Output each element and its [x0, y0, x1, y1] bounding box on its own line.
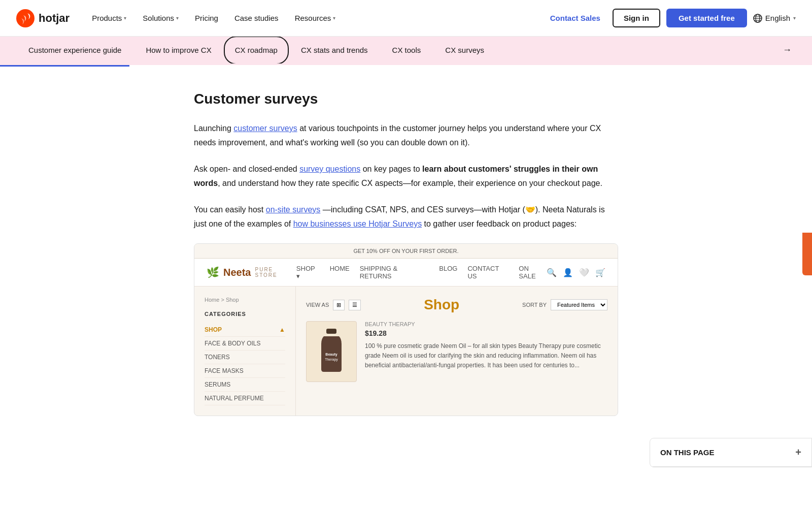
neeta-breadcrumb: Home > Shop [205, 297, 285, 303]
neeta-account-icon[interactable]: 👤 [563, 268, 573, 277]
globe-icon [753, 14, 762, 23]
neeta-product-description: 100 % pure cosmetic grade Neem Oil – for… [365, 341, 607, 371]
neeta-categories-title: CATEGORIES [205, 311, 285, 317]
neeta-logo: 🌿 Neeta PURE STORE [207, 266, 296, 278]
neeta-nav-blog: BLOG [439, 265, 457, 280]
nav-links: Products ▾ Solutions ▾ Pricing Case stud… [86, 10, 342, 26]
main-content: Customer surveys Launching customer surv… [178, 67, 634, 457]
hotjar-surveys-link[interactable]: how businesses use Hotjar Surveys [293, 219, 422, 228]
neeta-nav-links: SHOP ▾ HOME SHIPPING & RETURNS BLOG CONT… [296, 265, 547, 280]
neeta-cat-shop[interactable]: SHOP ▲ [205, 323, 285, 337]
feedback-tab-wrapper: Feedback [802, 233, 812, 275]
neeta-sort: SORT BY Featured Items [522, 299, 607, 310]
svg-rect-6 [326, 329, 336, 334]
article-paragraph-2: Ask open- and closed-ended survey questi… [194, 162, 618, 190]
neeta-product-price: $19.28 [365, 329, 607, 337]
neeta-product-info: BEAUTY THERAPY $19.28 100 % pure cosmeti… [365, 321, 607, 382]
neeta-sort-select[interactable]: Featured Items [551, 299, 607, 310]
hotjar-logo-icon [16, 9, 35, 27]
neeta-cat-serums[interactable]: SERUMS [205, 378, 285, 392]
subnav-how-to-improve[interactable]: How to improve CX [133, 37, 223, 65]
neeta-grid-view-button[interactable]: ⊞ [333, 300, 345, 310]
neeta-cart-icon[interactable]: 🛒 [595, 268, 605, 277]
subnav-cx-roadmap[interactable]: CX roadmap [224, 37, 289, 65]
nav-resources[interactable]: Resources ▾ [289, 10, 342, 26]
language-selector[interactable]: English ▾ [753, 14, 796, 23]
para3-text-end: to gather user feedback on product pages… [424, 219, 577, 228]
neeta-view-as-label: VIEW AS [306, 302, 329, 308]
neeta-logo-text: Neeta [223, 267, 251, 278]
feedback-tab[interactable]: Feedback [802, 233, 812, 275]
language-label: English [765, 14, 790, 22]
products-chevron-icon: ▾ [124, 15, 126, 21]
neeta-cat-toners[interactable]: TONERS [205, 351, 285, 364]
resources-chevron-icon: ▾ [333, 15, 335, 21]
navbar-right: Contact Sales Sign in Get started free E… [544, 9, 796, 27]
neeta-list-view-button[interactable]: ☰ [349, 300, 361, 310]
neeta-sidebar: Home > Shop CATEGORIES SHOP ▲ FACE & BOD… [194, 287, 296, 416]
survey-questions-link[interactable]: survey questions [299, 165, 360, 173]
neeta-shop-header: VIEW AS ⊞ ☰ Shop SORT BY Featured Items [306, 297, 607, 313]
navbar-left: hotjar Products ▾ Solutions ▾ Pricing Ca… [16, 9, 342, 27]
bottle-icon: Beauty Therapy [316, 326, 347, 377]
on-this-page-expand-icon[interactable]: + [795, 447, 801, 457]
neeta-logo-icon: 🌿 [207, 266, 219, 278]
para2-text-start: Ask open- and closed-ended [194, 165, 299, 173]
neeta-product-brand: BEAUTY THERAPY [365, 321, 607, 327]
neeta-nav-home: HOME [330, 265, 350, 280]
neeta-product-image: Beauty Therapy [306, 321, 357, 382]
contact-sales-link[interactable]: Contact Sales [544, 10, 606, 26]
neeta-nav-sale: ON SALE [519, 265, 547, 280]
subnav-cx-guide[interactable]: Customer experience guide [16, 37, 133, 65]
nav-products[interactable]: Products ▾ [86, 10, 132, 26]
on-site-surveys-link[interactable]: on-site surveys [266, 205, 321, 214]
customer-surveys-link[interactable]: customer surveys [233, 124, 297, 133]
neeta-cat-face-body[interactable]: FACE & BODY OILS [205, 337, 285, 351]
neeta-product: Beauty Therapy BEAUTY THERAPY $19.28 100… [306, 321, 607, 382]
nav-pricing[interactable]: Pricing [189, 10, 224, 26]
neeta-nav-shop: SHOP ▾ [296, 265, 320, 280]
language-chevron-icon: ▾ [793, 15, 796, 21]
article-paragraph-3: You can easily host on-site surveys —inc… [194, 203, 618, 231]
logo-wordmark: hotjar [39, 12, 70, 25]
subnav-arrow-icon[interactable]: → [779, 45, 796, 55]
subnav-cx-surveys[interactable]: CX surveys [433, 37, 496, 65]
neeta-wishlist-icon[interactable]: 🤍 [579, 268, 589, 277]
neeta-nav-shipping: SHIPPING & RETURNS [360, 265, 429, 280]
article-title: Customer surveys [194, 91, 618, 107]
get-started-button[interactable]: Get started free [666, 9, 747, 27]
nav-solutions[interactable]: Solutions ▾ [137, 10, 185, 26]
main-navbar: hotjar Products ▾ Solutions ▾ Pricing Ca… [0, 0, 812, 37]
sign-in-button[interactable]: Sign in [613, 9, 660, 27]
para3-text-start: You can easily host [194, 205, 266, 214]
svg-text:Therapy: Therapy [325, 358, 338, 362]
subnav-active-indicator [0, 65, 129, 67]
on-this-page-header[interactable]: ON THIS PAGE + [650, 438, 811, 457]
subnav-cx-stats[interactable]: CX stats and trends [289, 37, 380, 65]
subnav-container: Customer experience guide How to improve… [0, 37, 812, 67]
neeta-screenshot: GET 10% OFF ON YOUR FIRST ORDER. 🌿 Neeta… [194, 243, 618, 416]
neeta-sort-label: SORT BY [522, 302, 547, 308]
article-paragraph-1: Launching customer surveys at various to… [194, 121, 618, 150]
neeta-tagline: PURE STORE [255, 267, 296, 278]
subnav-cx-tools[interactable]: CX tools [380, 37, 433, 65]
neeta-topbar: GET 10% OFF ON YOUR FIRST ORDER. [194, 244, 618, 259]
neeta-nav-contact: CONTACT US [467, 265, 509, 280]
nav-case-studies[interactable]: Case studies [228, 10, 285, 26]
neeta-shop-title: Shop [361, 297, 522, 313]
neeta-cat-natural-perfume[interactable]: NATURAL PERFUME [205, 392, 285, 405]
neeta-shop-main: VIEW AS ⊞ ☰ Shop SORT BY Featured Items [296, 287, 618, 416]
neeta-nav-icons: 🔍 👤 🤍 🛒 [547, 268, 605, 277]
para1-text-start: Launching [194, 124, 233, 133]
subnav: Customer experience guide How to improve… [0, 37, 812, 65]
neeta-nav: 🌿 Neeta PURE STORE SHOP ▾ HOME SHIPPING … [194, 259, 618, 287]
neeta-view-as: VIEW AS ⊞ ☰ [306, 300, 361, 310]
on-this-page-panel: ON THIS PAGE + [650, 438, 812, 457]
logo[interactable]: hotjar [16, 9, 70, 27]
neeta-search-icon[interactable]: 🔍 [547, 268, 557, 277]
solutions-chevron-icon: ▾ [176, 15, 179, 21]
svg-text:Beauty: Beauty [325, 353, 337, 357]
neeta-cat-face-masks[interactable]: FACE MASKS [205, 364, 285, 378]
on-this-page-title: ON THIS PAGE [660, 448, 714, 457]
neeta-body: Home > Shop CATEGORIES SHOP ▲ FACE & BOD… [194, 287, 618, 416]
